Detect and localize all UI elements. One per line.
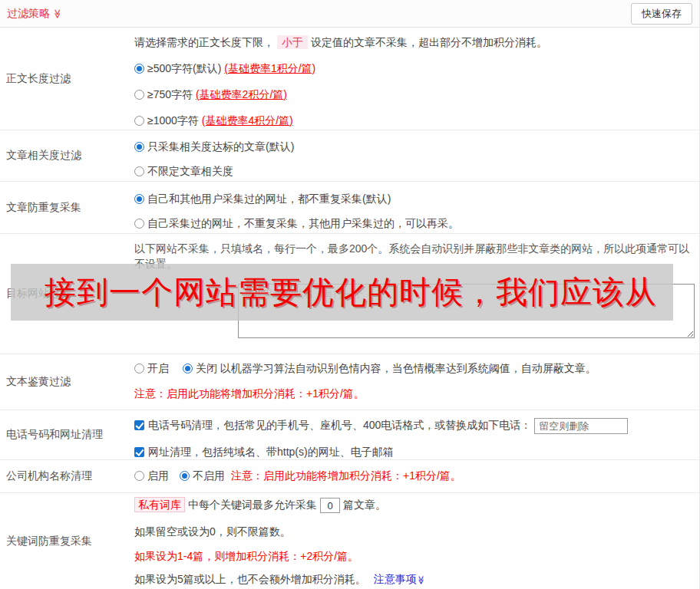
chevron-down-icon: ≫ bbox=[53, 8, 62, 18]
radio-option-porn-on[interactable]: 开启 bbox=[134, 362, 169, 374]
radio-option-self-dedup[interactable]: 自己采集过的网址，不重复采集，其他用户采集过的，可以再采。 bbox=[134, 216, 693, 231]
row-label: 文本鉴黄过滤 bbox=[0, 354, 134, 410]
row-porn-filter: 文本鉴黄过滤 开启 关闭 以机器学习算法自动识别色情内容，当色情概率达到系统阈值… bbox=[0, 354, 699, 410]
radio-icon[interactable] bbox=[134, 194, 144, 204]
radio-option-porn-off[interactable]: 关闭 bbox=[183, 362, 217, 374]
radio-icon[interactable] bbox=[134, 64, 144, 74]
row-body-length-filter: 正文长度过滤 请选择需求的正文长度下限，小于设定值的文章不采集，超出部分不增加积… bbox=[0, 28, 699, 130]
radio-icon[interactable] bbox=[134, 219, 144, 229]
page-title: 过滤策略 bbox=[7, 7, 50, 21]
radio-icon[interactable] bbox=[134, 116, 144, 126]
length-intro: 请选择需求的正文长度下限，小于设定值的文章不采集，超出部分不增加积分消耗。 bbox=[134, 35, 693, 50]
radio-option-750[interactable]: ≥750字符 (基础费率2积分/篇) bbox=[134, 87, 693, 102]
radio-option-no-limit[interactable]: 不限定文章相关度 bbox=[134, 163, 693, 179]
row-label: 正文长度过滤 bbox=[0, 28, 134, 130]
fee-note: (基础费率1积分/篇) bbox=[224, 62, 315, 74]
less-than-tag: 小于 bbox=[277, 35, 308, 49]
fee-note: (基础费率4积分/篇) bbox=[202, 114, 293, 127]
radio-option-company-on[interactable]: 启用 bbox=[134, 469, 169, 483]
keyword-note-five: 如果设为5篇或以上，也不会额外增加积分消耗。 注意事项≫ bbox=[134, 571, 693, 587]
radio-icon[interactable] bbox=[134, 90, 144, 100]
radio-option-1000[interactable]: ≥1000字符 (基础费率4积分/篇) bbox=[134, 113, 693, 128]
row-label: 文章防重复采集 bbox=[0, 182, 134, 233]
radio-icon[interactable] bbox=[134, 364, 144, 373]
keyword-count-input[interactable] bbox=[320, 498, 340, 513]
row-keyword-dedup: 关键词防重复采集 私有词库中每个关键词最多允许采集篇文章。 如果留空或设为0，则… bbox=[0, 493, 699, 589]
notice-link[interactable]: 注意事项≫ bbox=[374, 573, 426, 585]
radio-icon[interactable] bbox=[183, 364, 193, 373]
radio-option-relevant-only[interactable]: 只采集相关度达标的文章(默认) bbox=[134, 139, 693, 154]
porn-cost-note: 注意：启用此功能将增加积分消耗：+1积分/篇。 bbox=[134, 386, 693, 401]
radio-icon[interactable] bbox=[134, 471, 144, 481]
chevron-down-icon: ≫ bbox=[417, 576, 425, 585]
replacement-phone-input[interactable] bbox=[534, 418, 628, 434]
keyword-note-zero: 如果留空或设为0，则不限篇数。 bbox=[134, 524, 693, 539]
radio-icon[interactable] bbox=[134, 166, 144, 176]
radio-option-500[interactable]: ≥500字符(默认) (基础费率1积分/篇) bbox=[134, 61, 693, 76]
overlay-banner: 接到一个网站需要优化的时候，我们应该从 bbox=[11, 264, 673, 321]
overlay-banner-text: 接到一个网站需要优化的时候，我们应该从 bbox=[45, 277, 657, 308]
row-label: 电话号码和网址清理 bbox=[0, 410, 134, 459]
fee-note: (基础费率2积分/篇) bbox=[196, 88, 287, 100]
row-label: 关键词防重复采集 bbox=[0, 493, 134, 589]
checkbox-url-cleanup[interactable]: 网址清理，包括纯域名、带http(s)的网址、电子邮箱 bbox=[134, 444, 693, 459]
keyword-note-cost: 如果设为1-4篇，则增加积分消耗：+2积分/篇。 bbox=[134, 548, 693, 564]
row-phone-url-cleanup: 电话号码和网址清理 电话号码清理，包括常见的手机号、座机号、400电话格式，或替… bbox=[0, 410, 699, 460]
checkbox-checked-icon[interactable] bbox=[134, 447, 144, 457]
checkbox-checked-icon[interactable] bbox=[134, 420, 144, 430]
company-cost-note: 注意：启用此功能将增加积分消耗：+1积分/篇。 bbox=[231, 469, 461, 483]
checkbox-phone-cleanup[interactable]: 电话号码清理，包括常见的手机号、座机号、400电话格式，或替换成如下电话： bbox=[134, 417, 693, 434]
quick-save-button[interactable]: 快速保存 bbox=[631, 3, 692, 25]
private-dict-tag: 私有词库 bbox=[134, 497, 185, 512]
radio-option-global-dedup[interactable]: 自己和其他用户采集过的网址，都不重复采集(默认) bbox=[134, 191, 693, 206]
row-label: 公司机构名称清理 bbox=[0, 460, 134, 492]
porn-desc: 以机器学习算法自动识别色情内容，当色情概率达到系统阈值，自动屏蔽文章。 bbox=[220, 362, 596, 374]
row-relevance-filter: 文章相关度过滤 只采集相关度达标的文章(默认) 不限定文章相关度 bbox=[0, 130, 699, 182]
toolbar: 过滤策略 ≫ 快速保存 bbox=[0, 0, 699, 28]
row-label: 文章相关度过滤 bbox=[0, 130, 134, 181]
row-anti-duplicate: 文章防重复采集 自己和其他用户采集过的网址，都不重复采集(默认) 自己采集过的网… bbox=[0, 182, 699, 234]
radio-option-company-off[interactable]: 不启用 bbox=[180, 469, 225, 483]
radio-icon[interactable] bbox=[180, 471, 190, 481]
row-company-cleanup: 公司机构名称清理 启用 不启用 注意：启用此功能将增加积分消耗：+1积分/篇。 bbox=[0, 460, 699, 493]
radio-icon[interactable] bbox=[134, 142, 144, 152]
filter-strategy-toggle[interactable]: 过滤策略 ≫ bbox=[7, 7, 63, 21]
